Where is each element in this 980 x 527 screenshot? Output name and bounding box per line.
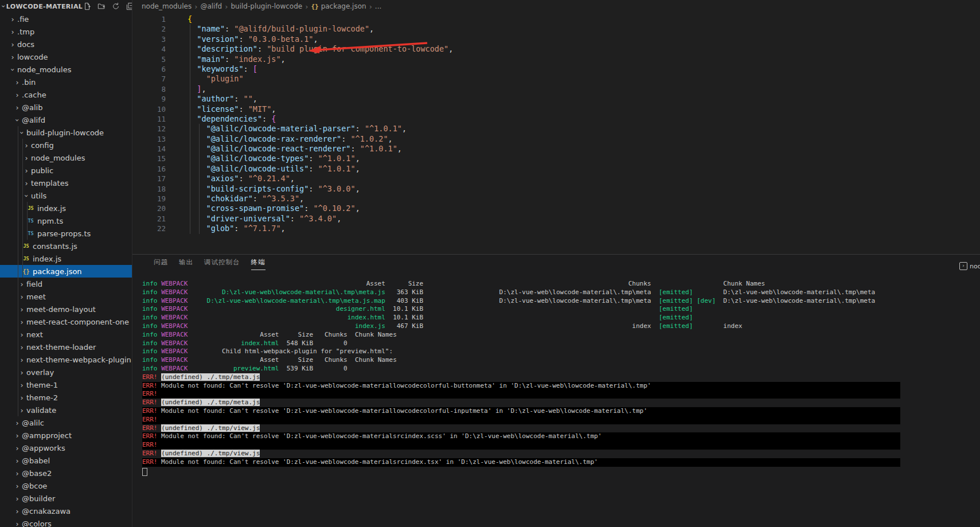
new-file-icon (83, 2, 91, 10)
tree-item-@ampproject[interactable]: ›@ampproject (0, 429, 132, 442)
panel-tab-terminal[interactable]: 终端 (251, 258, 266, 270)
tree-item-@alilc[interactable]: ›@alilc (0, 416, 132, 429)
code-line: 7 "plugin" (132, 74, 980, 84)
line-number: 14 (132, 144, 166, 154)
terminal-line: ERR! (142, 441, 900, 450)
line-number: 8 (132, 84, 166, 94)
tree-item-.tmp[interactable]: ›.tmp (0, 25, 132, 38)
tree-item-validate[interactable]: ›validate (0, 404, 132, 416)
explorer-section-header[interactable]: › LOWCODE-MATERIAL (0, 0, 132, 13)
tree-item-docs[interactable]: ›docs (0, 38, 132, 50)
tree-item-label: parse-props.ts (37, 229, 91, 238)
new-folder-button[interactable] (97, 2, 106, 11)
bottom-panel: 问题输出调试控制台终端 › node info WEBPACK Asset Si… (132, 254, 980, 527)
tree-item-label: node_modules (17, 65, 71, 74)
tree-item-label: utils (31, 192, 46, 200)
tree-item-theme-1[interactable]: ›theme-1 (0, 378, 132, 391)
tree-item-label: @alib (22, 103, 42, 112)
code-line-text: "name": "@alifd/build-plugin-lowcode", (166, 24, 374, 34)
code-line: 1{ (132, 14, 980, 24)
tree-item-index.js[interactable]: JSindex.js (0, 202, 132, 214)
code-line-text: "driver-universal": "^3.4.0", (166, 214, 341, 224)
tree-item-.fie[interactable]: ›.fie (0, 13, 132, 25)
tree-item-lowcode[interactable]: ›lowcode (0, 50, 132, 63)
new-file-button[interactable] (83, 2, 92, 11)
tree-item-templates[interactable]: ›templates (0, 177, 132, 189)
terminal-output[interactable]: info WEBPACK Asset Size Chunks Chunk Nam… (142, 280, 980, 527)
code-line-text: "version": "0.3.0-beta.1", (166, 34, 318, 44)
panel-tab-output[interactable]: 输出 (179, 258, 193, 270)
chevron-right-icon: › (13, 432, 22, 439)
breadcrumb-item-label: node_modules (142, 2, 192, 10)
panel-tab-debug-console[interactable]: 调试控制台 (204, 258, 240, 270)
tree-item-parse-props.ts[interactable]: TSparse-props.ts (0, 227, 132, 240)
tree-item-label: @bcoe (22, 482, 47, 490)
breadcrumb-item-label: @alifd (200, 2, 222, 10)
tree-item-field[interactable]: ›field (0, 278, 132, 290)
breadcrumb-item[interactable]: node_modules (142, 2, 192, 10)
tree-item-meet[interactable]: ›meet (0, 290, 132, 303)
terminal-line: ERR! (142, 390, 900, 399)
tree-item-constants.js[interactable]: JSconstants.js (0, 240, 132, 252)
collapse-folders-button[interactable] (126, 2, 132, 11)
line-number: 18 (132, 184, 166, 194)
tree-item-label: public (31, 166, 53, 175)
indent-guide (18, 126, 18, 416)
tree-item-theme-2[interactable]: ›theme-2 (0, 391, 132, 404)
breadcrumb-item[interactable]: @alifd (200, 2, 222, 10)
line-number: 5 (132, 54, 166, 64)
tree-item-.cache[interactable]: ›.cache (0, 88, 132, 101)
tree-item-@colors[interactable]: ›@colors (0, 517, 132, 527)
breadcrumb-item[interactable]: {}package.json (311, 2, 366, 10)
code-line-text: "axios": "^0.21.4", (166, 174, 295, 184)
tree-item-@babel[interactable]: ›@babel (0, 454, 132, 467)
shell-prompt-icon: › (959, 262, 967, 270)
refresh-button[interactable] (111, 2, 120, 11)
tree-item-@cnakazawa[interactable]: ›@cnakazawa (0, 505, 132, 517)
tree-item-index.js[interactable]: JSindex.js (0, 252, 132, 265)
code-line: 3 "version": "0.3.0-beta.1", (132, 34, 980, 44)
tree-item-@appworks[interactable]: ›@appworks (0, 442, 132, 454)
code-line: 12 "@alilc/lowcode-material-parser": "^1… (132, 124, 980, 134)
tree-item-config[interactable]: ›config (0, 139, 132, 151)
code-line-text: "@alilc/lowcode-types": "^1.0.1", (166, 154, 360, 163)
tree-item-meet-demo-layout[interactable]: ›meet-demo-layout (0, 303, 132, 315)
tree-item-@bcoe[interactable]: ›@bcoe (0, 479, 132, 492)
line-number: 12 (132, 124, 166, 134)
tree-item-node-modules[interactable]: ›node_modules (0, 151, 132, 164)
chevron-right-icon: › (17, 369, 26, 376)
line-number: 3 (132, 34, 166, 44)
breadcrumb-item[interactable]: build-plugin-lowcode (231, 2, 302, 10)
code-line-text: "author": "", (166, 94, 257, 104)
tree-item-npm.ts[interactable]: TSnpm.ts (0, 214, 132, 227)
tree-item-next-theme-loader[interactable]: ›next-theme-loader (0, 341, 132, 353)
tree-item-label: @babel (22, 456, 50, 465)
tree-item-@alifd[interactable]: ›@alifd (0, 114, 132, 126)
tree-item-build-plugin-lowcode[interactable]: ›build-plugin-lowcode (0, 126, 132, 139)
code-line-text: "cross-spawn-promise": "^0.10.2", (166, 204, 360, 213)
editor-group: node_modules›@alifd›build-plugin-lowcode… (132, 0, 980, 527)
tree-item-@alib[interactable]: ›@alib (0, 101, 132, 114)
tree-item-label: theme-1 (26, 381, 58, 389)
terminal-line: info WEBPACK index.js 467 KiB index [emi… (142, 322, 980, 331)
tree-item-next[interactable]: ›next (0, 328, 132, 341)
tree-item-.bin[interactable]: ›.bin (0, 76, 132, 88)
tree-item-package.json[interactable]: {}package.json (0, 265, 132, 278)
tree-item-label: @appworks (22, 444, 65, 452)
tree-item-@base2[interactable]: ›@base2 (0, 467, 132, 479)
code-line-text: "build-scripts-config": "^3.0.0", (166, 184, 360, 194)
tree-item-overlay[interactable]: ›overlay (0, 366, 132, 378)
tree-item-node-modules[interactable]: ›node_modules (0, 63, 132, 76)
tree-item-utils[interactable]: ›utils (0, 189, 132, 202)
breadcrumb-item[interactable]: ... (375, 2, 381, 10)
tree-item-label: next-theme-loader (26, 343, 96, 352)
tree-item-@builder[interactable]: ›@builder (0, 492, 132, 505)
tree-item-public[interactable]: ›public (0, 164, 132, 177)
tree-item-meet-react-component-one[interactable]: ›meet-react-component-one (0, 315, 132, 328)
line-number: 11 (132, 114, 166, 124)
chevron-right-icon: › (8, 53, 17, 61)
terminal-process-item[interactable]: › node (959, 262, 980, 270)
panel-tab-problems[interactable]: 问题 (154, 258, 168, 270)
tree-item-next-theme-webpack-plugin[interactable]: ›next-theme-webpack-plugin (0, 353, 132, 366)
code-editor[interactable]: 1{2 "name": "@alifd/build-plugin-lowcode… (132, 13, 980, 254)
